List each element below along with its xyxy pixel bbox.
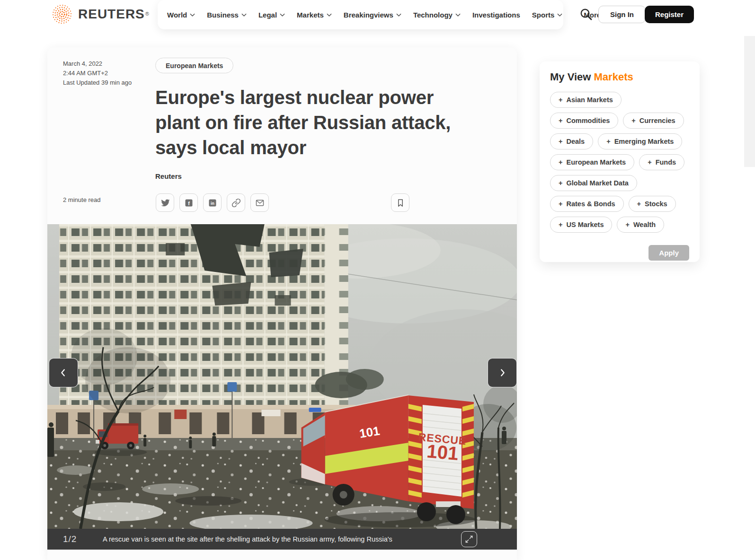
brand-wordmark: REUTERS® xyxy=(78,7,149,22)
photo-scene: 101 xyxy=(47,224,517,529)
sidebar-title-prefix: My View xyxy=(550,71,591,83)
brand-registered-mark: ® xyxy=(145,11,149,17)
nav-item-markets[interactable]: Markets xyxy=(297,11,332,19)
nav-item-sports[interactable]: Sports xyxy=(532,11,563,19)
nav-item-label: Breakingviews xyxy=(344,11,393,19)
market-chip-deals[interactable]: +Deals xyxy=(550,133,593,149)
plus-icon: + xyxy=(559,117,562,124)
article-updated: Last Updated 39 min ago xyxy=(63,78,132,88)
market-chip-rates-bonds[interactable]: +Rates & Bonds xyxy=(550,196,624,212)
plus-icon: + xyxy=(559,200,562,208)
sidebar-title: My View Markets xyxy=(550,71,689,83)
nav-item-label: Legal xyxy=(258,11,277,19)
nav-item-technology[interactable]: Technology xyxy=(413,11,461,19)
chevron-left-icon xyxy=(58,368,69,378)
linkedin-icon: in xyxy=(208,198,217,208)
chevron-right-icon xyxy=(497,368,507,378)
article-date-block: March 4, 2022 2:44 AM GMT+2 Last Updated… xyxy=(63,59,132,88)
photo-caption-bar: 1/2 A rescue van is seen at the site aft… xyxy=(47,529,517,550)
nav-item-business[interactable]: Business xyxy=(207,11,247,19)
plus-icon: + xyxy=(625,221,629,228)
nav-item-investigations[interactable]: Investigations xyxy=(472,11,520,19)
chip-label: US Markets xyxy=(566,221,604,228)
market-chip-commodities[interactable]: +Commodities xyxy=(550,113,618,129)
reuters-logo[interactable]: REUTERS® xyxy=(51,3,149,25)
expand-image-button[interactable] xyxy=(461,531,477,547)
market-chip-us-markets[interactable]: +US Markets xyxy=(550,217,612,233)
gallery-prev-button[interactable] xyxy=(49,358,78,387)
plus-icon: + xyxy=(559,96,562,104)
chevron-down-icon xyxy=(280,13,285,17)
nav-item-label: Markets xyxy=(297,11,324,19)
chip-row: +Commodities +Currencies xyxy=(550,113,689,129)
market-chip-global-market-data[interactable]: +Global Market Data xyxy=(550,175,637,191)
market-chip-emerging-markets[interactable]: +Emerging Markets xyxy=(598,133,682,149)
chevron-down-icon xyxy=(455,13,461,17)
chip-label: Emerging Markets xyxy=(614,138,674,145)
category-chip[interactable]: European Markets xyxy=(155,58,233,73)
offscreen-panel-edge xyxy=(744,36,755,167)
chevron-down-icon xyxy=(190,13,195,17)
chip-row: +Rates & Bonds +Stocks xyxy=(550,196,689,212)
article-time: 2:44 AM GMT+2 xyxy=(63,69,132,78)
article-byline: Reuters xyxy=(155,172,182,180)
bookmark-button[interactable] xyxy=(391,193,409,212)
chevron-down-icon xyxy=(241,13,247,17)
brand-text: REUTERS xyxy=(78,7,145,21)
plus-icon: + xyxy=(559,221,562,228)
chip-label: Currencies xyxy=(640,117,675,124)
nav-item-world[interactable]: World xyxy=(167,11,195,19)
apply-button[interactable]: Apply xyxy=(648,245,689,261)
share-linkedin-button[interactable]: in xyxy=(203,193,222,212)
chip-label: Stocks xyxy=(645,200,667,208)
plus-icon: + xyxy=(559,158,562,166)
market-chip-funds[interactable]: +Funds xyxy=(639,154,684,170)
share-facebook-button[interactable]: f xyxy=(179,193,198,212)
copy-link-button[interactable] xyxy=(227,193,245,212)
plus-icon: + xyxy=(559,138,562,145)
nav-item-legal[interactable]: Legal xyxy=(258,11,285,19)
apply-row: Apply xyxy=(550,245,689,261)
read-time: 2 minute read xyxy=(63,196,101,203)
market-chip-stocks[interactable]: +Stocks xyxy=(629,196,676,212)
register-button[interactable]: Register xyxy=(645,6,694,23)
gallery-counter: 1/2 xyxy=(63,534,77,544)
market-chip-currencies[interactable]: +Currencies xyxy=(623,113,684,129)
plus-icon: + xyxy=(637,200,641,208)
search-icon xyxy=(579,8,593,21)
chip-row: +US Markets +Wealth xyxy=(550,217,689,233)
photo-caption: A rescue van is seen at the site after t… xyxy=(103,535,439,543)
chip-row: +Asian Markets xyxy=(550,92,689,108)
top-header: REUTERS® World Business Legal Markets Br… xyxy=(0,0,755,47)
chip-row: +Global Market Data xyxy=(550,175,689,191)
sign-in-button[interactable]: Sign In xyxy=(598,6,646,23)
chip-label: Commodities xyxy=(566,117,610,124)
plus-icon: + xyxy=(648,158,651,166)
nav-item-breakingviews[interactable]: Breakingviews xyxy=(344,11,401,19)
chip-label: European Markets xyxy=(566,158,626,166)
gallery-next-button[interactable] xyxy=(488,358,517,387)
article-headline: Europe's largest nuclear power plant on … xyxy=(155,85,462,160)
twitter-icon xyxy=(160,198,170,208)
chip-label: Funds xyxy=(656,158,676,166)
email-icon xyxy=(255,198,265,208)
reuters-globe-icon xyxy=(51,3,73,25)
chip-label: Wealth xyxy=(633,221,656,228)
market-chip-wealth[interactable]: +Wealth xyxy=(617,217,664,233)
share-email-button[interactable] xyxy=(250,193,269,212)
market-chip-asian-markets[interactable]: +Asian Markets xyxy=(550,92,622,108)
facebook-icon: f xyxy=(184,198,194,208)
market-chip-european-markets[interactable]: +European Markets xyxy=(550,154,634,170)
nav-item-label: Sports xyxy=(532,11,555,19)
linkedin-in-glyph: in xyxy=(211,201,214,205)
chip-label: Global Market Data xyxy=(566,179,628,187)
link-icon xyxy=(231,198,241,208)
share-twitter-button[interactable] xyxy=(156,193,174,212)
nav-item-label: World xyxy=(167,11,187,19)
chip-label: Deals xyxy=(566,138,585,145)
plus-icon: + xyxy=(559,179,562,187)
search-button[interactable] xyxy=(578,7,594,22)
main-nav: World Business Legal Markets Breakingvie… xyxy=(158,0,563,29)
nav-item-label: Technology xyxy=(413,11,453,19)
article-card: March 4, 2022 2:44 AM GMT+2 Last Updated… xyxy=(47,47,517,560)
